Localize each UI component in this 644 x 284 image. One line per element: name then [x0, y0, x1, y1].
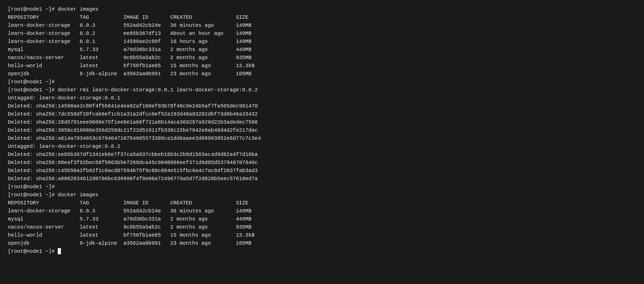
- terminal-line: Deleted: sha256:28d5791eee9606e75f1ee8e1…: [8, 118, 636, 126]
- terminal-line: nacos/nacos-server latest 9c0b55a5ab2c 2…: [8, 54, 636, 62]
- terminal-line: [root@node1 ~]#: [8, 183, 636, 191]
- terminal-line: Deleted: sha256:3856cd16086e356d259dc21f…: [8, 126, 636, 134]
- terminal-line: openjdk 8-jdk-alpine a3562aa0b991 23 mon…: [8, 70, 636, 78]
- terminal-line: Untagged: learn-docker-storage:0.0.1: [8, 94, 636, 102]
- terminal-line: Deleted: sha256:ee85b367df1341eb6e7f37ca…: [8, 150, 636, 159]
- terminal-line: hello-world latest bf756fb1ae65 15 month…: [8, 62, 636, 70]
- terminal-line: hello-world latest bf756fb1ae65 15 month…: [8, 231, 636, 239]
- terminal-window: [root@node1 ~]# docker imagesREPOSITORY …: [8, 5, 636, 255]
- terminal-line: Untagged: learn-docker-storage:0.0.2: [8, 142, 636, 150]
- terminal-line: learn-docker-storage 0.0.3 552ad42cb24e …: [8, 21, 636, 29]
- terminal-line: Deleted: sha256:88eaf3f92bec58f5863b5e72…: [8, 159, 636, 167]
- terminal-line: Deleted: sha256:a614a7934653c67946471075…: [8, 134, 636, 142]
- terminal-line: Deleted: sha256:c45b50a2fb92f1c0acd07594…: [8, 167, 636, 175]
- terminal-line: openjdk 8-jdk-alpine a3562aa0b991 23 mon…: [8, 239, 636, 247]
- terminal-line: learn-docker-storage 0.0.2 ee85b367df13 …: [8, 29, 636, 37]
- terminal-line: [root@node1 ~]#: [8, 78, 636, 86]
- cursor-block: [58, 248, 61, 254]
- terminal-line: [root@node1 ~]# docker rmi learn-docker-…: [8, 86, 636, 94]
- terminal-line: Deleted: sha256:a0082834612d0706bc639996…: [8, 175, 636, 183]
- terminal-line: learn-docker-storage 0.0.3 552ad42cb24e …: [8, 207, 636, 215]
- terminal-line: [root@node1 ~]# docker images: [8, 5, 636, 13]
- terminal-line: REPOSITORY TAG IMAGE ID CREATED SIZE: [8, 13, 636, 21]
- terminal-line: learn-docker-storage 0.0.1 14590ae2c80f …: [8, 37, 636, 46]
- prompt-text: [root@node1 ~]#: [8, 248, 58, 254]
- terminal-line: mysql 5.7.33 a70d36bc331a 2 months ago 4…: [8, 46, 636, 54]
- terminal-line: [root@node1 ~]#: [8, 247, 636, 255]
- terminal-line: REPOSITORY TAG IMAGE ID CREATED SIZE: [8, 199, 636, 207]
- terminal-line: Deleted: sha256:14590ae2c80f4f55841e4ea9…: [8, 102, 636, 110]
- terminal-line: [root@node1 ~]# docker images: [8, 191, 636, 199]
- terminal-line: nacos/nacos-server latest 9c0b55a5ab2c 2…: [8, 223, 636, 231]
- terminal-line: mysql 5.7.33 a70d36bc331a 2 months ago 4…: [8, 215, 636, 223]
- terminal-line: Deleted: sha256:7dc558df20fcab6ef1cb1a31…: [8, 110, 636, 118]
